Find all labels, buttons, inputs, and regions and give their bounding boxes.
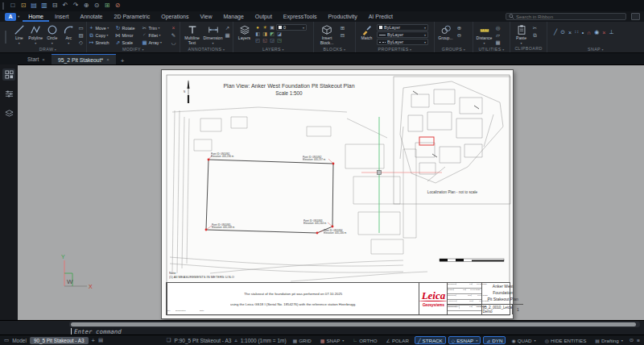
chevron-down-icon[interactable]: ▾ xyxy=(303,26,304,30)
zoom-icon[interactable]: ⊙ xyxy=(92,0,101,11)
open-file-icon[interactable]: ⊡ xyxy=(19,0,28,11)
hatch-tool-icon[interactable]: ▨ xyxy=(77,32,85,38)
application-button[interactable]: A xyxy=(5,13,16,21)
layer-prev-icon[interactable]: ◪ xyxy=(276,31,283,37)
doc-tab-start[interactable]: Start × xyxy=(21,54,52,64)
menu-tab-expresstools[interactable]: ExpressTools xyxy=(278,11,323,22)
toggle-polar[interactable]: ∠POLAR xyxy=(383,336,412,344)
chevron-down-icon[interactable]: ▾ xyxy=(476,339,477,343)
new-file-icon[interactable]: □ xyxy=(8,0,18,11)
model-tab[interactable]: Model xyxy=(12,338,27,343)
snap-intersection-icon[interactable]: × xyxy=(568,30,572,35)
chevron-down-icon[interactable]: ▾ xyxy=(342,339,344,343)
chevron-down-icon[interactable]: ▾ xyxy=(159,26,160,30)
ribbon-search-input[interactable] xyxy=(516,15,623,19)
erase-tool-icon[interactable]: × xyxy=(170,25,177,31)
block-edit-icon[interactable]: ⊞ xyxy=(339,25,346,31)
chevron-down-icon[interactable]: ▾ xyxy=(159,33,160,37)
toggle-ortho[interactable]: ∟ORTHO xyxy=(349,336,380,344)
layer-state-icon[interactable]: ◲ xyxy=(269,38,275,44)
ungroup-icon[interactable]: ⊖ xyxy=(456,32,463,38)
ribbon-grip[interactable] xyxy=(5,31,6,44)
fillet-tool[interactable]: ◜Fillet▾ xyxy=(142,31,168,39)
match-properties-button[interactable]: Match xyxy=(357,23,376,41)
properties-toggle-icon[interactable]: ⊞ xyxy=(102,0,112,11)
save-as-icon[interactable]: ▥ xyxy=(39,0,49,11)
leader-tool-icon[interactable]: ↗ xyxy=(224,25,231,31)
chevron-down-icon[interactable]: ▾ xyxy=(160,40,162,44)
layer-isolate-icon[interactable]: ◧ xyxy=(254,31,261,37)
group-label-layers[interactable]: LAYERS xyxy=(235,46,312,52)
color-select[interactable]: ByLayer ▾ xyxy=(377,24,428,31)
close-icon[interactable]: × xyxy=(106,57,109,62)
chevron-down-icon[interactable]: ▾ xyxy=(424,40,426,44)
arc-button[interactable]: Arc▾ xyxy=(61,23,77,45)
snap-perpendicular-icon[interactable]: ⊥ xyxy=(609,29,613,35)
chevron-down-icon[interactable]: ▾ xyxy=(18,15,19,19)
snap-magnet-icon[interactable]: ∩ xyxy=(587,30,591,35)
ribbon-search-box[interactable] xyxy=(506,13,626,20)
layer-thaw-icon[interactable]: ☀ xyxy=(262,25,268,31)
group-label-snap[interactable]: SNAP xyxy=(549,46,642,52)
plot-icon[interactable]: ⊟ xyxy=(50,0,60,11)
layers-button[interactable]: Layers xyxy=(235,23,254,41)
chevron-down-icon[interactable]: ▾ xyxy=(483,42,485,45)
toggle-snap[interactable]: ▩SNAP▾ xyxy=(317,336,348,344)
menu-tab-operations[interactable]: Operations xyxy=(155,11,194,22)
pan-icon[interactable]: ⊕ xyxy=(81,0,91,11)
multiline-text-button[interactable]: Multiline Text xyxy=(182,23,202,45)
paste-button[interactable]: Paste▾ xyxy=(512,23,530,45)
undo-icon[interactable]: ↶ xyxy=(60,0,70,11)
offset-tool-icon[interactable]: ◡ xyxy=(170,39,177,45)
chevron-down-icon[interactable]: ▾ xyxy=(52,42,53,45)
group-label-blocks[interactable]: BLOCKS xyxy=(316,46,353,52)
group-button[interactable]: Group... xyxy=(436,23,455,41)
properties-panel-icon[interactable] xyxy=(2,88,15,100)
menu-tab-manage[interactable]: Manage xyxy=(218,11,250,22)
rotate-tool[interactable]: ↻Rotate xyxy=(115,24,142,31)
scrollbar-thumb[interactable] xyxy=(71,322,636,326)
snap-apparent-intersection-icon[interactable]: ∷ xyxy=(575,29,578,35)
menu-tab-view[interactable]: View xyxy=(194,11,217,22)
polyline-button[interactable]: Polyline▾ xyxy=(28,23,44,45)
chevron-down-icon[interactable]: ▾ xyxy=(19,42,20,45)
group-label-annotations[interactable]: ANNOTATIONS xyxy=(182,46,231,52)
linetype-select[interactable]: ByLayer ▾ xyxy=(377,39,428,45)
area-icon[interactable]: ▱ xyxy=(494,32,502,38)
save-icon[interactable]: ▤ xyxy=(29,0,39,11)
layer-walk-icon[interactable]: ◳ xyxy=(276,38,283,44)
snap-center-icon[interactable]: ⊙ xyxy=(560,29,565,35)
redo-icon[interactable]: ↷ xyxy=(71,0,80,11)
layout-list-icon[interactable]: ▤ xyxy=(98,337,103,343)
paper-space-indicator[interactable]: P:90_5 Pit Stakeout - A3 xyxy=(175,338,232,343)
layer-off-icon[interactable]: ◱ xyxy=(262,38,268,44)
close-icon[interactable]: × xyxy=(42,57,45,62)
scale-tool[interactable]: ⇗Scale xyxy=(115,39,142,46)
snap-nearest-icon[interactable]: ◉ xyxy=(594,29,599,35)
layer-hide-icon[interactable]: ◨ xyxy=(262,31,268,37)
trim-tool[interactable]: ✂Trim▾ xyxy=(142,24,168,31)
lineweight-select[interactable]: ByLayer ▾ xyxy=(377,31,428,38)
toolbar-grip[interactable] xyxy=(2,2,4,10)
table-tool-icon[interactable]: ▦ xyxy=(224,32,231,38)
toggle-dyn[interactable]: ⊿DYN xyxy=(483,336,506,344)
drawing-viewport[interactable]: N xyxy=(18,64,644,320)
menu-tab-ai-predict[interactable]: AI Predict xyxy=(363,11,398,22)
toggle-quad[interactable]: ◉QUAD▾ xyxy=(508,336,539,344)
chevron-down-icon[interactable]: ▾ xyxy=(212,42,213,45)
polygon-tool-icon[interactable]: ◇ xyxy=(77,39,85,45)
add-to-group-icon[interactable]: ⊕ xyxy=(456,25,463,31)
line-button[interactable]: Line▾ xyxy=(11,23,27,45)
help-icon[interactable]: ⊘ xyxy=(113,0,122,11)
copy-tool[interactable]: ⧉Copy▾ xyxy=(89,31,115,39)
toggle-drafting[interactable]: ▤Drafting▾ xyxy=(592,336,625,344)
layer-freeze-icon[interactable]: ◰ xyxy=(254,38,261,44)
notifications-bell-icon[interactable]: ⊙ xyxy=(630,337,634,343)
paper-sheet[interactable]: N xyxy=(161,69,514,319)
menu-tab-output[interactable]: Output xyxy=(250,11,278,22)
group-label-utilities[interactable]: UTILITIES xyxy=(475,46,508,52)
chevron-down-icon[interactable]: ▾ xyxy=(621,339,623,343)
layers-panel-icon[interactable] xyxy=(2,107,15,119)
chevron-down-icon[interactable]: ▾ xyxy=(68,42,69,45)
circle-button[interactable]: Circle▾ xyxy=(44,23,60,45)
